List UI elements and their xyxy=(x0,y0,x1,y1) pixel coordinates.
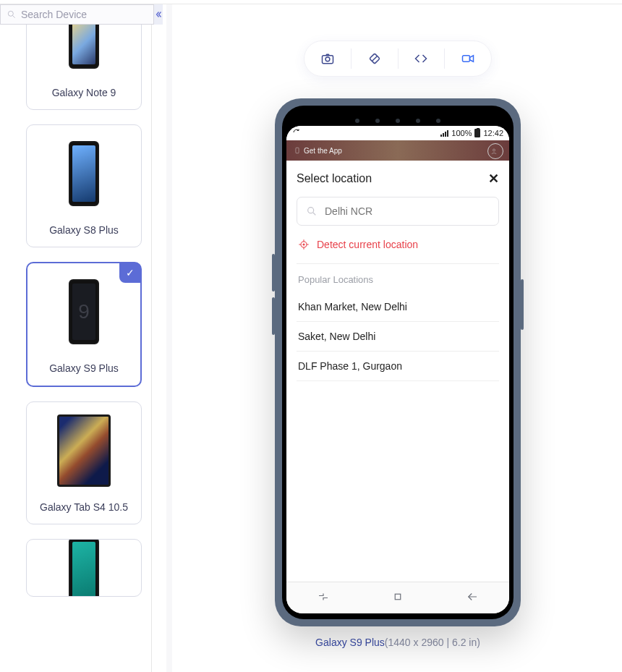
close-button[interactable]: ✕ xyxy=(488,171,499,187)
modal-header: Select location ✕ xyxy=(297,171,499,187)
svg-point-0 xyxy=(8,11,13,16)
device-caption: Galaxy S9 Plus(1440 x 2960 | 6.2 in) xyxy=(174,637,622,648)
record-button[interactable] xyxy=(445,41,491,76)
location-input-wrap[interactable] xyxy=(297,197,499,226)
recent-icon xyxy=(317,590,330,603)
device-name-label: Galaxy S9 Plus xyxy=(49,362,119,375)
rotate-icon xyxy=(367,51,382,66)
location-item[interactable]: DLF Phase 1, Gurgaon xyxy=(297,352,499,381)
video-icon xyxy=(461,51,475,66)
code-icon xyxy=(414,51,428,66)
main-panel: 100% 12:42 Get the App Select l xyxy=(174,4,622,672)
location-item[interactable]: Saket, New Delhi xyxy=(297,322,499,352)
back-icon xyxy=(466,590,479,603)
home-icon xyxy=(391,590,404,603)
search-row xyxy=(0,4,151,25)
volume-up-button[interactable] xyxy=(272,254,275,292)
search-input[interactable] xyxy=(21,9,148,20)
statusbar-right: 100% 12:42 xyxy=(440,129,503,137)
device-thumbnail xyxy=(69,272,99,352)
recent-apps-button[interactable] xyxy=(317,590,330,606)
device-name-label: Galaxy Note 9 xyxy=(52,86,116,99)
selected-badge: ✓ xyxy=(119,263,141,283)
close-icon: ✕ xyxy=(488,171,499,186)
collapse-sidebar-button[interactable] xyxy=(154,4,163,25)
device-card[interactable]: Galaxy S8 Plus xyxy=(26,124,142,247)
power-button[interactable] xyxy=(521,279,524,330)
user-icon xyxy=(490,147,498,156)
volume-down-button[interactable] xyxy=(272,297,275,335)
svg-point-9 xyxy=(493,149,495,151)
device-thumbnail xyxy=(69,548,99,592)
device-thumbnail xyxy=(69,25,99,76)
device-sidebar: Galaxy Note 9Galaxy S8 Plus✓Galaxy S9 Pl… xyxy=(0,4,152,672)
svg-line-1 xyxy=(13,15,15,17)
device-screen[interactable]: 100% 12:42 Get the App Select l xyxy=(286,126,509,613)
svg-marker-7 xyxy=(470,56,474,61)
frame-inner: 100% 12:42 Get the App Select l xyxy=(282,106,514,619)
svg-line-5 xyxy=(372,56,377,61)
device-card[interactable]: Galaxy Note 9 xyxy=(26,25,142,110)
device-card[interactable]: ✓Galaxy S9 Plus xyxy=(26,262,142,386)
battery-pct: 100% xyxy=(451,129,472,137)
caption-spec: (1440 x 2960 | 6.2 in) xyxy=(385,637,480,648)
statusbar-left xyxy=(292,128,301,138)
devtools-button[interactable] xyxy=(399,41,445,76)
detect-label: Detect current location xyxy=(317,239,418,250)
camera-icon xyxy=(320,51,335,66)
search-icon xyxy=(306,205,318,217)
device-name-label: Galaxy S8 Plus xyxy=(49,224,119,237)
signal-icon xyxy=(440,130,448,137)
svg-point-13 xyxy=(303,244,304,245)
toolbar xyxy=(304,41,492,77)
location-input[interactable] xyxy=(325,205,490,217)
app-banner: Get the App xyxy=(286,140,509,161)
location-modal: Select location ✕ Detect current locatio… xyxy=(286,161,509,582)
sensor-row xyxy=(286,119,509,123)
device-frame: 100% 12:42 Get the App Select l xyxy=(275,98,521,626)
search-icon xyxy=(7,9,17,20)
caption-name: Galaxy S9 Plus xyxy=(315,637,385,648)
chevron-double-left-icon xyxy=(154,10,163,19)
device-name-label: Galaxy Tab S4 10.5 xyxy=(40,501,128,514)
svg-rect-18 xyxy=(395,594,401,600)
battery-icon xyxy=(474,129,480,137)
back-button[interactable] xyxy=(466,590,479,606)
profile-avatar[interactable] xyxy=(487,143,503,159)
phone-icon xyxy=(294,147,301,154)
android-navbar xyxy=(286,582,509,613)
statusbar-time: 12:42 xyxy=(483,129,503,137)
svg-line-11 xyxy=(313,213,315,215)
banner-text: Get the App xyxy=(304,147,342,155)
svg-rect-6 xyxy=(463,56,470,61)
device-list[interactable]: Galaxy Note 9Galaxy S8 Plus✓Galaxy S9 Pl… xyxy=(26,25,151,668)
search-wrapper[interactable] xyxy=(0,4,154,25)
refresh-icon xyxy=(292,128,301,137)
popular-locations-list: Khan Market, New DelhiSaket, New DelhiDL… xyxy=(297,292,499,381)
svg-rect-8 xyxy=(296,148,299,153)
device-card[interactable] xyxy=(26,539,142,597)
svg-point-3 xyxy=(325,57,330,61)
modal-title: Select location xyxy=(297,172,372,185)
android-statusbar: 100% 12:42 xyxy=(286,126,509,140)
popular-locations-label: Popular Locations xyxy=(297,264,499,292)
screenshot-button[interactable] xyxy=(304,41,351,76)
rotate-button[interactable] xyxy=(352,41,398,76)
detect-location-button[interactable]: Detect current location xyxy=(297,226,499,264)
device-thumbnail xyxy=(69,134,99,213)
location-item[interactable]: Khan Market, New Delhi xyxy=(297,292,499,322)
device-card[interactable]: Galaxy Tab S4 10.5 xyxy=(26,401,142,524)
sidebar-scroll-track[interactable] xyxy=(166,4,172,672)
svg-point-10 xyxy=(308,208,314,213)
home-button[interactable] xyxy=(391,590,404,606)
crosshair-icon xyxy=(298,239,310,250)
device-thumbnail xyxy=(57,411,111,490)
